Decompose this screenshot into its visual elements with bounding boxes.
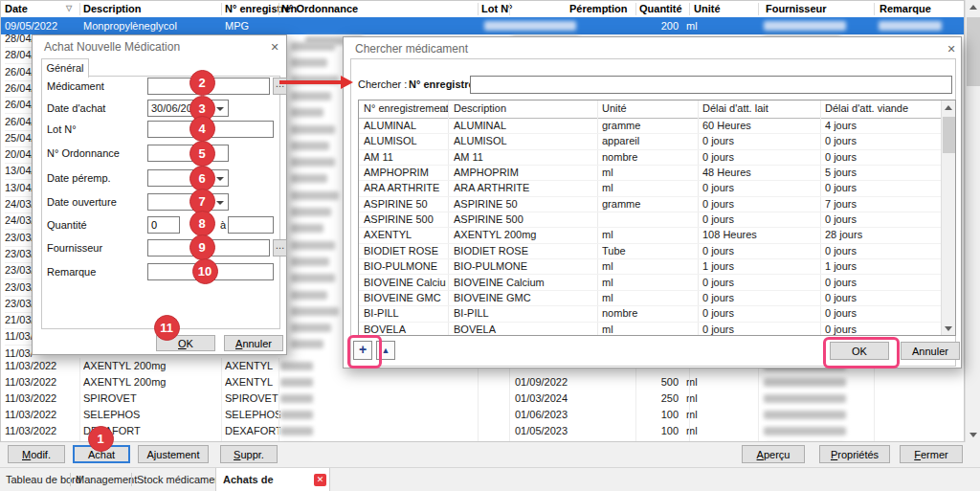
remarque-label: Remarque bbox=[47, 266, 96, 278]
search-cancel-button[interactable]: Annuler bbox=[901, 342, 960, 360]
col-delai-viande[interactable]: Délai d'att. viande bbox=[825, 102, 908, 114]
cell-unite: ml bbox=[602, 180, 693, 195]
table-row-date-partial: 23/03/2 bbox=[5, 246, 33, 263]
cell-delai-lait: 0 jours bbox=[702, 275, 815, 290]
close-icon[interactable]: ✕ bbox=[943, 41, 960, 56]
table-row-date-partial: 28/04/2 bbox=[5, 47, 33, 64]
medication-row[interactable]: BIODIET ROSEBIODIET ROSETube0 jours0 jou… bbox=[359, 243, 941, 259]
redacted-fournisseur bbox=[764, 411, 846, 419]
cell-nreg: ASPIRINE 500 bbox=[364, 212, 446, 227]
cell-description: ARA ARTHRITE bbox=[454, 180, 595, 195]
table-row-date-partial: 23/03/2 bbox=[5, 262, 33, 279]
table-row-date-partial: 26/04/2 bbox=[5, 80, 33, 98]
cell-nreg: SELEPHOS bbox=[225, 407, 280, 423]
lot-label: Lot N° bbox=[47, 123, 77, 135]
col-ordonnance[interactable]: N° Ordonnance bbox=[281, 3, 358, 14]
table-row[interactable]: 11/03/2022AXENTYL 200mgAXENTYL01/09/2022… bbox=[1, 374, 965, 391]
quantite-max-field[interactable] bbox=[228, 216, 274, 234]
scroll-up-icon[interactable] bbox=[942, 100, 956, 116]
medication-row[interactable]: AXENTYLAXENTYL 200mgml108 Heures28 jours bbox=[359, 227, 941, 243]
col-date[interactable]: Date bbox=[5, 3, 28, 14]
col-delai-lait[interactable]: Délai d'att. lait bbox=[702, 102, 768, 114]
main-scrollbar[interactable] bbox=[965, 0, 980, 442]
col-peremption[interactable]: Péremption bbox=[569, 3, 628, 14]
medication-row[interactable]: BIOVEINE GMCBIOVEINE GMCml0 jours0 jours bbox=[359, 290, 941, 306]
redacted-text bbox=[291, 58, 327, 67]
medication-row[interactable]: ARA ARTHRITEARA ARTHRITEml0 jours0 jours bbox=[359, 180, 941, 196]
scrollbar-thumb[interactable] bbox=[943, 117, 955, 153]
scroll-down-icon[interactable] bbox=[942, 321, 956, 336]
col-unite[interactable]: Unité bbox=[602, 102, 627, 114]
date-peremption-combo[interactable] bbox=[147, 169, 229, 187]
ordonnance-field[interactable] bbox=[147, 145, 229, 162]
cell-delai-viande: 28 jours bbox=[825, 227, 935, 242]
table-row[interactable]: 11/03/2022SPIROVETSPIROVET01/03/2024250m… bbox=[1, 391, 965, 408]
apercu-button[interactable]: Aperçu bbox=[742, 445, 805, 463]
quantite-field[interactable] bbox=[147, 216, 180, 234]
search-input[interactable] bbox=[470, 76, 952, 94]
col-quantite[interactable]: Quantité bbox=[639, 3, 682, 14]
cell-unite: gramme bbox=[602, 196, 693, 212]
fournisseur-lookup-button[interactable]: … bbox=[273, 239, 287, 257]
cell-delai-lait: 0 jours bbox=[702, 149, 815, 165]
cell-delai-lait: 0 jours bbox=[702, 180, 815, 195]
medication-row[interactable]: BI-PILLBI-PILLnombre0 jours0 jours bbox=[359, 305, 941, 322]
table-row-date-partial: 23/03/2 bbox=[5, 279, 33, 297]
suppr-button[interactable]: Suppr. bbox=[220, 445, 278, 463]
grid-line bbox=[79, 358, 80, 442]
close-icon[interactable]: ✕ bbox=[266, 39, 283, 55]
medication-table: N° enregistrement △ Description Unité Dé… bbox=[358, 100, 956, 336]
scroll-down-icon[interactable] bbox=[966, 427, 980, 442]
date-achat-combo[interactable]: 30/06/2022 bbox=[147, 100, 229, 117]
medication-row[interactable]: ALUMISOLALUMISOLappareil0 jours0 jours bbox=[359, 133, 941, 149]
medication-row[interactable]: BIOVEINE CalciumBIOVEINE Calciumml0 jour… bbox=[359, 275, 941, 291]
scrollbar-thumb[interactable] bbox=[967, 17, 980, 86]
col-lot[interactable]: Lot N° bbox=[481, 3, 513, 14]
medication-row[interactable]: ASPIRINE 500ASPIRINE 5000 jours0 jours bbox=[359, 212, 941, 228]
sort-desc-icon[interactable]: ▽ bbox=[66, 4, 72, 12]
medication-row[interactable]: ALUMINALALUMINALgramme60 Heures4 jours bbox=[359, 118, 941, 134]
tab-achats-de-medicaments[interactable]: Achats de médicaments ✕ bbox=[215, 468, 330, 491]
cell-quantite: 100 bbox=[623, 407, 679, 423]
scroll-up-icon[interactable] bbox=[966, 0, 980, 15]
table-row[interactable]: 11/03/2022DEXAFORTDEXAFORT01/05/2023100m… bbox=[1, 423, 965, 440]
cell-delai-lait: 108 Heures bbox=[702, 227, 815, 242]
medication-table-scrollbar[interactable] bbox=[941, 100, 956, 335]
medication-row[interactable]: AMPHOPRIMAMPHOPRIMml48 Heures5 jours bbox=[359, 165, 941, 181]
cell-peremption: 01/03/2024 bbox=[515, 391, 584, 407]
proprietes-button[interactable]: Propriétés bbox=[819, 445, 890, 463]
search-dialog-title: Chercher médicament bbox=[355, 42, 468, 56]
annotation-step-9: 9 bbox=[189, 234, 215, 260]
medication-row[interactable]: AM 11AM 11nombre0 jours0 jours bbox=[359, 149, 941, 166]
cell-delai-viande: 4 jours bbox=[825, 118, 935, 133]
sort-asc-icon[interactable]: △ bbox=[441, 104, 447, 113]
cell-date: 11/03/2022 bbox=[5, 423, 78, 439]
col-nreg[interactable]: N° enregistrement bbox=[364, 102, 449, 114]
tab-general[interactable]: Général bbox=[41, 58, 89, 78]
medication-row[interactable]: BOVELABOVELAml0 jours0 jours bbox=[359, 322, 941, 335]
col-description[interactable]: Description bbox=[83, 3, 142, 14]
date-achat-label: Date d'achat bbox=[47, 102, 105, 114]
modif-button[interactable]: Modif. bbox=[8, 445, 65, 463]
col-description[interactable]: Description bbox=[454, 102, 506, 114]
tab-management[interactable]: Management bbox=[76, 468, 137, 491]
cell-description: BI-PILL bbox=[454, 305, 595, 321]
tab-close-icon[interactable]: ✕ bbox=[314, 474, 326, 486]
col-fournisseur[interactable]: Fournisseur bbox=[766, 3, 827, 14]
fermer-button[interactable]: Fermer bbox=[900, 445, 963, 463]
col-remarque[interactable]: Remarque bbox=[880, 3, 931, 14]
grid-line bbox=[758, 358, 759, 442]
redacted-ordonnance bbox=[280, 378, 313, 387]
ajustement-button[interactable]: Ajustement bbox=[138, 445, 209, 463]
table-row[interactable]: 11/03/2022SELEPHOSSELEPHOS01/06/2023100m… bbox=[1, 407, 965, 424]
cell-delai-viande: 5 jours bbox=[825, 165, 935, 180]
medication-row[interactable]: BIO-PULMONEBIO-PULMONEml1 jours1 jours bbox=[359, 258, 941, 275]
cell-delai-lait: 0 jours bbox=[702, 322, 815, 335]
col-unite[interactable]: Unité bbox=[694, 3, 721, 14]
table-row-date-partial: 11/03/2 bbox=[5, 328, 33, 346]
date-ouverture-combo[interactable] bbox=[147, 193, 229, 211]
grid-line bbox=[874, 358, 875, 442]
medication-row[interactable]: ASPIRINE 50ASPIRINE 50gramme0 jours7 jou… bbox=[359, 196, 941, 212]
purchase-cancel-button[interactable]: Annuler bbox=[224, 335, 283, 351]
header-separator bbox=[689, 3, 690, 15]
